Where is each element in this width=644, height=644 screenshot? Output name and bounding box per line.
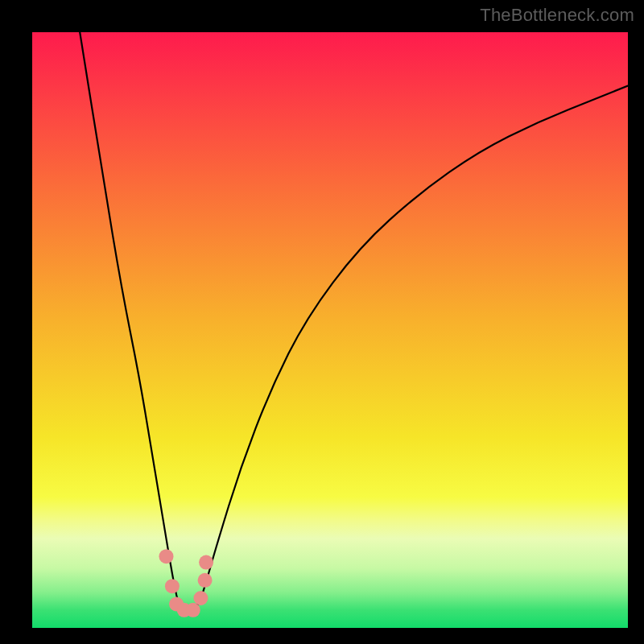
curve-layer [32, 32, 628, 628]
marker-dot [199, 555, 213, 570]
marker-dot [198, 573, 213, 588]
watermark-text: TheBottleneck.com [480, 5, 634, 26]
bottleneck-curve [80, 32, 628, 613]
marker-group [159, 549, 214, 617]
marker-dot [186, 603, 200, 617]
marker-dot [159, 549, 174, 564]
plot-area [32, 32, 628, 628]
marker-dot [165, 579, 180, 593]
chart-frame: TheBottleneck.com [0, 0, 644, 644]
marker-dot [193, 591, 208, 605]
